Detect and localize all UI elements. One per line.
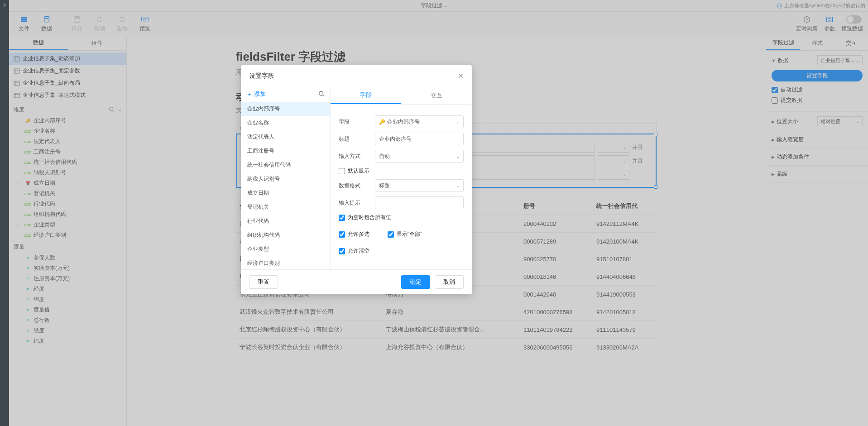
cancel-button[interactable]: 取消 xyxy=(435,275,464,289)
dialog-tab-interact[interactable]: 交互 xyxy=(401,86,472,104)
svg-point-16 xyxy=(319,91,323,95)
search-icon[interactable] xyxy=(318,91,325,98)
dialog-tab-field[interactable]: 字段 xyxy=(331,86,401,104)
field-list-item[interactable]: 行业代码 xyxy=(241,214,330,228)
field-select[interactable]: 🔑企业内部序号 xyxy=(375,115,464,128)
ok-button[interactable]: 确定 xyxy=(401,275,430,289)
input-hint-input[interactable] xyxy=(375,196,464,209)
field-list-item[interactable]: 纳税人识别号 xyxy=(241,172,330,186)
input-mode-select[interactable]: 自动 xyxy=(375,150,464,163)
default-show-check[interactable]: 默认显示 xyxy=(339,167,464,175)
field-list-item[interactable]: 组织机构代码 xyxy=(241,228,330,242)
set-fields-dialog: 设置字段 ✕ ＋ 添加 企业内部序号企业名称法定代表人工商注册号统一社会信用代码… xyxy=(241,65,472,294)
field-list-item[interactable]: 登记机关 xyxy=(241,200,330,214)
show-all-check[interactable]: 显示"全部" xyxy=(388,230,422,238)
field-list-item[interactable]: 企业名称 xyxy=(241,116,330,130)
dialog-title: 设置字段 xyxy=(249,72,274,80)
reset-button[interactable]: 重置 xyxy=(249,275,278,289)
field-list-item[interactable]: 统一社会信用代码 xyxy=(241,158,330,172)
empty-all-check[interactable]: 为空时包含所有值 xyxy=(339,214,464,221)
field-list-item[interactable]: 工商注册号 xyxy=(241,144,330,158)
add-field-button[interactable]: ＋ 添加 xyxy=(246,90,266,98)
allow-clear-check[interactable]: 允许清空 xyxy=(339,247,464,255)
field-list-item[interactable]: 企业类型 xyxy=(241,242,330,256)
close-icon[interactable]: ✕ xyxy=(458,72,464,80)
field-list-item[interactable]: 成立日期 xyxy=(241,186,330,200)
allow-multi-check[interactable]: 允许多选 xyxy=(339,230,369,238)
data-format-select[interactable]: 标题 xyxy=(375,179,464,192)
title-input[interactable]: 企业内部序号 xyxy=(375,133,464,145)
field-list-item[interactable]: 法定代表人 xyxy=(241,130,330,144)
field-list-item[interactable]: 企业内部序号 xyxy=(241,102,330,116)
field-list-item[interactable]: 经济户口类别 xyxy=(241,256,330,269)
